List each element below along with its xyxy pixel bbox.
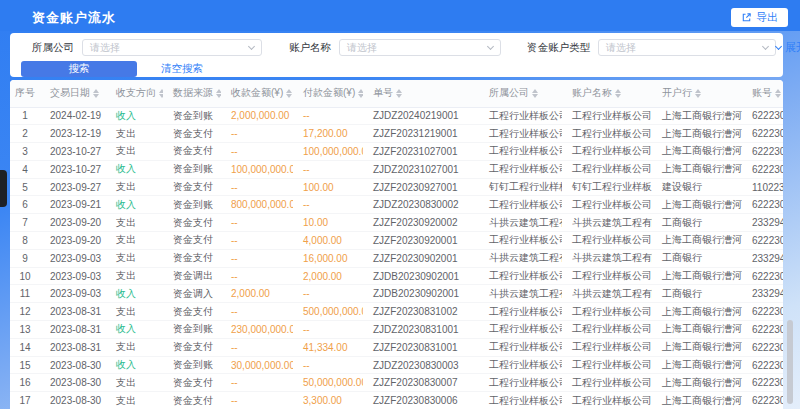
vertical-scrollbar-thumb[interactable] xyxy=(787,320,793,404)
cell-bank: 上海工商银行漕河泾支行 xyxy=(652,374,742,392)
cell-data-source: 资金支付 xyxy=(163,232,221,250)
column-label: 账号 xyxy=(752,87,772,98)
cell-data-source: 资金到账 xyxy=(163,107,221,125)
table-row: 92023-09-03支出资金支付--16,000.00ZJZF20230902… xyxy=(10,249,783,267)
cell-direction: 支出 xyxy=(106,303,163,321)
cell-bank: 上海工商银行漕河泾支行 xyxy=(652,196,742,214)
cell-account-no: 23329499 xyxy=(742,249,783,267)
cell-index: 2 xyxy=(10,125,40,143)
select-placeholder: 请选择 xyxy=(606,41,636,55)
cell-company: 工程行业样板公司 xyxy=(479,374,562,392)
cell-account-no: 622230111 xyxy=(742,267,783,285)
column-header-pay-amount[interactable]: 付款金额(¥) xyxy=(293,80,363,107)
cell-trade-date: 2023-10-27 xyxy=(40,160,106,178)
column-header-income-amount[interactable]: 收款金额(¥) xyxy=(221,80,293,107)
column-header-trade-date[interactable]: 交易日期 xyxy=(40,80,106,107)
cell-data-source: 资金支付 xyxy=(163,249,221,267)
cell-direction: 收入 xyxy=(106,160,163,178)
table-row: 102023-09-03支出资金调出--2,000.00ZJDB20230902… xyxy=(10,267,783,285)
sort-caret-icon[interactable] xyxy=(396,89,402,98)
cell-account-no: 622230111 xyxy=(742,303,783,321)
cell-index: 6 xyxy=(10,196,40,214)
cell-account-no: 23329499 xyxy=(742,285,783,303)
cell-data-source: 资金支付 xyxy=(163,178,221,196)
cell-account-name: 工程行业样板公司 xyxy=(562,392,652,409)
sort-caret-icon[interactable] xyxy=(695,89,701,98)
edge-overlay-fragment xyxy=(0,170,7,207)
cell-pay-amount: 3,300.00 xyxy=(293,392,363,409)
cell-bank: 上海工商银行漕河泾支行 xyxy=(652,338,742,356)
cell-data-source: 资金支付 xyxy=(163,125,221,143)
sort-caret-icon[interactable] xyxy=(775,89,781,98)
cell-bank: 上海工商银行漕河泾支行 xyxy=(652,107,742,125)
cell-income-amount: -- xyxy=(221,232,293,250)
cell-account-name: 工程行业样板公司 xyxy=(562,143,652,161)
cell-order-no: ZJZF20231027001 xyxy=(363,143,479,161)
filter-panel: 所属公司请选择账户名称请选择资金账户类型请选择展开筛选 搜索 清空搜索 xyxy=(10,33,783,77)
sort-caret-icon[interactable] xyxy=(216,89,221,98)
cell-company: 工程行业样板公司 xyxy=(479,321,562,339)
cell-account-name: 斗拱云建筑工程有限公司 xyxy=(562,214,652,232)
cell-index: 16 xyxy=(10,374,40,392)
page-header: 资金账户流水 导出 xyxy=(0,0,800,31)
cell-trade-date: 2023-09-20 xyxy=(40,232,106,250)
sort-caret-icon[interactable] xyxy=(159,89,163,98)
sort-caret-icon[interactable] xyxy=(615,89,621,98)
cell-index: 7 xyxy=(10,214,40,232)
cell-trade-date: 2023-08-31 xyxy=(40,321,106,339)
cell-pay-amount: 16,000.00 xyxy=(293,249,363,267)
table-header-row: 序号交易日期收支方向数据来源收款金额(¥)付款金额(¥)单号所属公司账户名称开户… xyxy=(10,80,783,107)
cell-company: 工程行业样板公司 xyxy=(479,338,562,356)
cell-income-amount: -- xyxy=(221,303,293,321)
cell-index: 15 xyxy=(10,356,40,374)
cell-account-no: 622230111 xyxy=(742,338,783,356)
cell-direction: 支出 xyxy=(106,232,163,250)
cell-company: 钉钉工程行业样板间 xyxy=(479,178,562,196)
cell-data-source: 资金支付 xyxy=(163,143,221,161)
column-header-company[interactable]: 所属公司 xyxy=(479,80,562,107)
cell-bank: 上海工商银行漕河泾支行 xyxy=(652,267,742,285)
cell-income-amount: 2,000.00 xyxy=(221,285,293,303)
cell-order-no: ZJZF20230920002 xyxy=(363,214,479,232)
cell-index: 3 xyxy=(10,143,40,161)
column-header-direction[interactable]: 收支方向 xyxy=(106,80,163,107)
column-header-account-name[interactable]: 账户名称 xyxy=(562,80,652,107)
column-header-bank[interactable]: 开户行 xyxy=(652,80,742,107)
expand-filters-link[interactable]: 展开筛选 xyxy=(776,40,800,55)
cell-data-source: 资金调出 xyxy=(163,267,221,285)
clear-search-button[interactable]: 清空搜索 xyxy=(161,62,203,76)
cell-income-amount: 100,000,000.00 xyxy=(221,160,293,178)
table-row: 142023-08-31支出资金支付--41,334.00ZJZF2023083… xyxy=(10,338,783,356)
cell-bank: 上海工商银行漕河泾支行 xyxy=(652,160,742,178)
cell-company: 工程行业样板公司 xyxy=(479,125,562,143)
sort-caret-icon[interactable] xyxy=(358,89,363,98)
cell-account-name: 工程行业样板公司 xyxy=(562,232,652,250)
cell-bank: 工商银行 xyxy=(652,285,742,303)
chevron-down-icon xyxy=(487,42,494,49)
sort-caret-icon[interactable] xyxy=(93,89,99,98)
column-header-data-source[interactable]: 数据来源 xyxy=(163,80,221,107)
cell-index: 14 xyxy=(10,338,40,356)
table-row: 82023-09-20支出资金支付--4,000.00ZJZF202309200… xyxy=(10,232,783,250)
cell-order-no: ZJZF20231219001 xyxy=(363,125,479,143)
sort-caret-icon[interactable] xyxy=(532,89,538,98)
column-header-account-no[interactable]: 账号 xyxy=(742,80,783,107)
search-button[interactable]: 搜索 xyxy=(21,61,137,77)
cell-bank: 上海工商银行漕河泾支行 xyxy=(652,143,742,161)
cell-trade-date: 2023-09-20 xyxy=(40,214,106,232)
filter-select[interactable]: 请选择 xyxy=(598,39,776,56)
cell-data-source: 资金支付 xyxy=(163,392,221,409)
cell-trade-date: 2023-08-31 xyxy=(40,303,106,321)
cell-order-no: ZJDZ20230831001 xyxy=(363,321,479,339)
sort-caret-icon[interactable] xyxy=(286,89,292,98)
filter-select[interactable]: 请选择 xyxy=(82,39,262,56)
cell-trade-date: 2023-09-21 xyxy=(40,196,106,214)
table-row: 132023-08-31收入资金到账230,000,000.00--ZJDZ20… xyxy=(10,321,783,339)
export-button[interactable]: 导出 xyxy=(731,8,788,27)
table-row: 12024-02-19收入资金到账2,000,000.00--ZJDZ20240… xyxy=(10,107,783,125)
cell-pay-amount: -- xyxy=(293,107,363,125)
column-header-order-no[interactable]: 单号 xyxy=(363,80,479,107)
filter-label: 所属公司 xyxy=(32,41,74,55)
filter-select[interactable]: 请选择 xyxy=(339,39,501,56)
cell-income-amount: 2,000,000.00 xyxy=(221,107,293,125)
